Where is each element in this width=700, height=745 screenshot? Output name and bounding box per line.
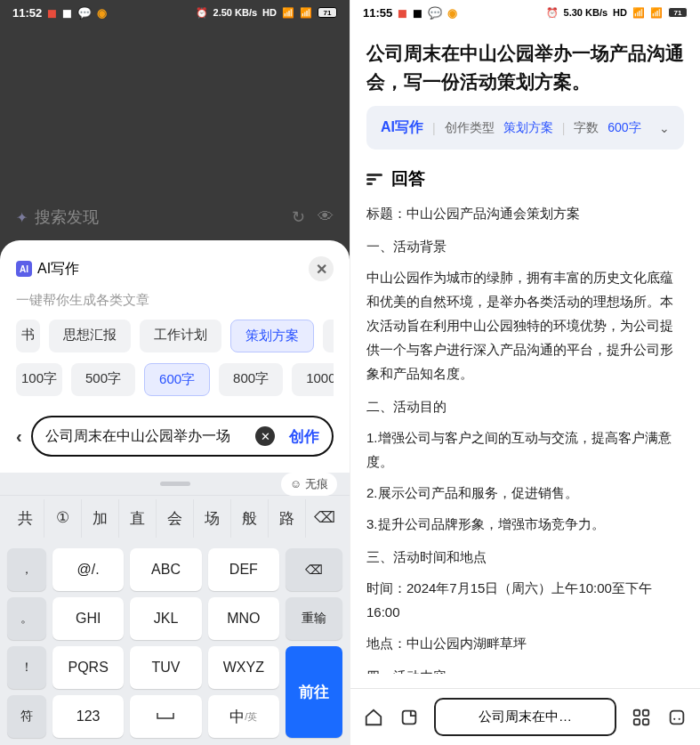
list-item: 1.增强公司与客户之间的互动与交流，提高客户满意度。 [366, 425, 684, 474]
keyboard-handle[interactable] [160, 482, 190, 486]
clear-icon[interactable]: ✕ [255, 426, 275, 446]
suggestion-backspace[interactable]: ⌫ [306, 499, 342, 538]
period-key[interactable]: 。 [7, 597, 46, 640]
suggestion[interactable]: 般 [231, 499, 269, 538]
count-chip-edge[interactable]: 100字 [16, 363, 62, 396]
stealth-label: 无痕 [305, 476, 328, 492]
number-key[interactable]: 123 [52, 695, 124, 738]
close-icon[interactable]: ✕ [309, 256, 334, 281]
go-key[interactable]: 前往 [286, 646, 342, 738]
tabs-icon[interactable] [398, 707, 420, 728]
suggestion[interactable]: 直 [119, 499, 157, 538]
wifi-icon: 📶 [300, 7, 312, 19]
suggestion[interactable]: ① [44, 499, 82, 538]
keyboard-grid: ， @/. ABC DEF ⌫ 。 GHI JKL MNO 重输 ！ PQRS … [0, 541, 350, 745]
svg-rect-0 [403, 710, 416, 724]
input-row: ‹ 公司周末在中山公园举办一场 ✕ 创作 [16, 416, 334, 457]
count-chip-active[interactable]: 600字 [144, 363, 210, 396]
suggestion[interactable]: 共 [7, 499, 44, 538]
lang-key[interactable]: 中/英 [208, 695, 279, 738]
space-icon [156, 711, 175, 722]
search-discover-label: 搜索发现 [35, 206, 99, 228]
config-bar[interactable]: AI写作 | 创作类型 策划方案 | 字数 600字 ⌄ [366, 106, 684, 150]
app-icon: ◼ [62, 6, 72, 20]
article-heading: 标题：中山公园产品沟通会策划方案 [366, 201, 684, 225]
prompt-input[interactable]: 公司周末在中山公园举办一场 ✕ 创作 [31, 416, 334, 457]
create-button[interactable]: 创作 [282, 426, 326, 447]
svg-rect-3 [634, 718, 640, 724]
svg-point-6 [673, 717, 675, 719]
back-icon[interactable]: ‹ [16, 426, 22, 447]
type-chip-edge[interactable]: 书 [16, 320, 40, 352]
count-chip[interactable]: 800字 [219, 363, 283, 396]
answer-header: 回答 [366, 167, 684, 190]
prompt-input-text: 公司周末在中山公园举办一场 [45, 427, 248, 446]
suggestion[interactable]: 路 [269, 499, 306, 538]
list-item: 3.提升公司品牌形象，增强市场竞争力。 [366, 512, 684, 536]
refresh-icon[interactable]: ↻ [292, 207, 305, 227]
count-label: 字数 [574, 120, 599, 136]
ai-icon: AI [16, 261, 32, 277]
type-chips[interactable]: 书 思想汇报 工作计划 策划方案 商业计划 [16, 320, 334, 352]
key[interactable]: ABC [130, 548, 201, 591]
page-title: 公司周末在中山公园举办一场产品沟通会，写一份活动策划方案。 [366, 39, 684, 95]
key[interactable]: WXYZ [208, 646, 279, 689]
eye-icon[interactable]: 👁 [318, 207, 334, 227]
key[interactable]: JKL [130, 597, 201, 640]
count-chips[interactable]: 100字 500字 600字 800字 1000字 [16, 363, 334, 396]
symbol-key[interactable]: 符 [7, 695, 46, 738]
status-time: 11:52 [12, 6, 42, 20]
home-icon[interactable] [363, 707, 384, 728]
section-title: 三、活动时间和地点 [366, 545, 684, 569]
app-icon: 💬 [77, 6, 92, 20]
key[interactable]: PQRS [52, 646, 124, 689]
ai-label: AI写作 [381, 118, 423, 137]
sparkle-icon: ✦ [16, 209, 28, 226]
divider: | [432, 121, 436, 135]
net-speed: 5.30 KB/s [564, 7, 608, 18]
suggestion[interactable]: 会 [157, 499, 194, 538]
type-label: 创作类型 [445, 120, 495, 136]
svg-rect-5 [671, 710, 684, 724]
backspace-key[interactable]: ⌫ [286, 548, 342, 591]
key[interactable]: DEF [208, 548, 279, 591]
svg-rect-1 [634, 709, 640, 715]
wifi-icon: 📶 [650, 7, 663, 19]
sheet-subtitle: 一键帮你生成各类文章 [16, 292, 334, 309]
suggestion[interactable]: 场 [194, 499, 231, 538]
app-icon: ◉ [97, 6, 107, 20]
space-key[interactable] [130, 695, 201, 738]
key[interactable]: MNO [208, 597, 279, 640]
app-icon: ◼ [413, 6, 422, 20]
svg-rect-2 [643, 709, 648, 715]
suggestion[interactable]: 加 [82, 499, 119, 538]
count-chip[interactable]: 500字 [71, 363, 135, 396]
stealth-toggle[interactable]: ☺ 无痕 [281, 473, 337, 496]
count-chip[interactable]: 1000字 [292, 363, 334, 396]
apps-icon[interactable] [631, 707, 652, 728]
suggestion-row: 共 ① 加 直 会 场 般 路 ⌫ [0, 495, 350, 541]
answer-icon [366, 174, 382, 185]
type-chip-active[interactable]: 策划方案 [230, 320, 314, 352]
menu-icon[interactable] [666, 707, 688, 728]
address-pill[interactable]: 公司周末在中… [434, 698, 616, 736]
article-body[interactable]: 标题：中山公园产品沟通会策划方案 一、活动背景 中山公园作为城市的绿肺，拥有丰富… [366, 201, 684, 674]
hd-icon: HD [262, 7, 277, 18]
key[interactable]: GHI [52, 597, 124, 640]
search-discover-bar[interactable]: ✦ 搜索发现 ↻ 👁 [0, 194, 350, 240]
battery-icon: 71 [318, 7, 337, 18]
type-chip[interactable]: 商业计划 [323, 320, 334, 352]
answer-label: 回答 [391, 167, 425, 190]
comma-key[interactable]: ， [7, 548, 46, 591]
type-chip[interactable]: 工作计划 [140, 320, 221, 352]
exclaim-key[interactable]: ！ [7, 646, 46, 689]
key[interactable]: TUV [130, 646, 201, 689]
list-item: 时间：2024年7月15日（周六）上午10:00至下午16:00 [366, 576, 684, 624]
key[interactable]: @/. [52, 548, 124, 591]
chevron-down-icon[interactable]: ⌄ [659, 121, 670, 135]
result-content: 公司周末在中山公园举办一场产品沟通会，写一份活动策划方案。 AI写作 | 创作类… [350, 25, 700, 688]
sheet-title: AI AI写作 [16, 260, 79, 279]
signal-icon: 📶 [632, 7, 645, 19]
retype-key[interactable]: 重输 [286, 597, 342, 640]
type-chip[interactable]: 思想汇报 [49, 320, 131, 352]
